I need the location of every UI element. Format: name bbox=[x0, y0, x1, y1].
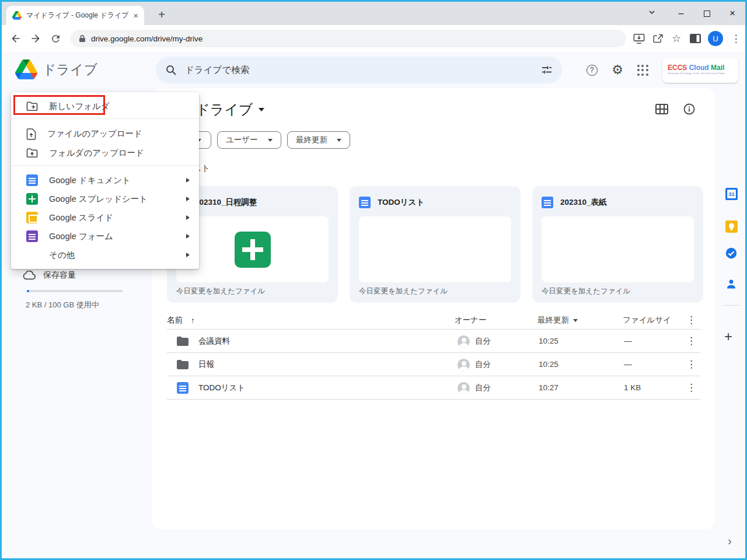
table-row[interactable]: 日報 自分 10:25 — ⋮ bbox=[167, 353, 701, 376]
folder-upload-icon bbox=[26, 148, 38, 158]
card-title: 202310_日程調整 bbox=[195, 197, 257, 208]
search-options-icon[interactable] bbox=[541, 64, 553, 76]
owner-avatar bbox=[458, 335, 470, 348]
submenu-arrow-icon bbox=[186, 178, 190, 183]
address-bar[interactable]: drive.google.com/drive/my-drive bbox=[71, 30, 626, 47]
minimize-button[interactable]: – bbox=[668, 2, 694, 25]
modified-time: 10:25 bbox=[539, 337, 558, 345]
file-name: TODOリスト bbox=[198, 383, 245, 393]
submenu-arrow-icon bbox=[186, 215, 190, 220]
submenu-arrow-icon bbox=[186, 234, 190, 239]
column-owner[interactable]: オーナー bbox=[455, 315, 487, 326]
lock-icon bbox=[79, 34, 86, 43]
back-button[interactable] bbox=[6, 29, 25, 48]
browser-toolbar: drive.google.com/drive/my-drive ☆ U ⋮ bbox=[2, 25, 745, 52]
new-item-menu: 新しいフォルダ ファイルのアップロード フォルダのアップロード Google ド… bbox=[11, 92, 199, 269]
row-actions-kebab-icon[interactable]: ⋮ bbox=[686, 382, 696, 394]
account-badge-subtitle: Information Technology Center, The Unive… bbox=[668, 72, 747, 75]
chevron-down-icon bbox=[573, 319, 578, 322]
filter-chip-modified[interactable]: 最終更新 bbox=[287, 131, 350, 149]
menu-item-more[interactable]: その他 bbox=[11, 246, 199, 264]
submenu-arrow-icon bbox=[186, 253, 190, 257]
owner-name: 自分 bbox=[475, 359, 491, 370]
card-reason: 今日変更を加えたファイル bbox=[359, 286, 448, 296]
sheets-icon bbox=[26, 193, 38, 205]
drive-favicon bbox=[12, 11, 22, 20]
calendar-icon[interactable]: 31 bbox=[725, 187, 738, 200]
menu-item-google-forms[interactable]: Google フォーム bbox=[11, 227, 199, 246]
table-row[interactable]: 会議資料 自分 10:25 — ⋮ bbox=[167, 330, 701, 353]
owner-avatar bbox=[458, 382, 470, 394]
row-actions-kebab-icon[interactable]: ⋮ bbox=[686, 358, 696, 370]
submenu-arrow-icon bbox=[186, 197, 190, 201]
menu-item-google-sheets[interactable]: Google スプレッドシート bbox=[11, 190, 199, 208]
main-canvas: マイドライブ 種類 ユーザー 最終更新 サジェスト 202310_日程調整 今日… bbox=[152, 88, 715, 530]
storage-usage-text: 2 KB / 100 GB 使用中 bbox=[26, 300, 99, 310]
storage-label[interactable]: 保存容量 bbox=[43, 270, 76, 281]
file-size: — bbox=[624, 360, 632, 369]
file-upload-icon bbox=[26, 128, 36, 140]
contacts-icon[interactable] bbox=[725, 278, 738, 290]
forms-icon bbox=[26, 230, 38, 242]
title-dropdown-icon[interactable] bbox=[259, 108, 264, 111]
column-name[interactable]: 名前↑ bbox=[167, 315, 195, 326]
search-bar[interactable]: ドライブで検索 bbox=[156, 57, 562, 83]
menu-item-folder-upload[interactable]: フォルダのアップロード bbox=[11, 144, 199, 163]
side-panel-rail: 31 + bbox=[715, 88, 747, 558]
slides-icon bbox=[26, 212, 38, 223]
table-row[interactable]: TODOリスト 自分 10:27 1 KB ⋮ bbox=[167, 376, 701, 400]
menu-item-new-folder[interactable]: 新しいフォルダ bbox=[11, 97, 199, 116]
browser-menu-icon[interactable]: ⋮ bbox=[728, 29, 744, 48]
get-addons-button[interactable]: + bbox=[724, 328, 732, 345]
menu-item-google-slides[interactable]: Google スライド bbox=[11, 208, 199, 227]
browser-window: マイドライブ - Google ドライブ × + – × drive.googl… bbox=[0, 0, 747, 560]
sort-ascending-icon[interactable]: ↑ bbox=[191, 316, 195, 325]
tab-strip: マイドライブ - Google ドライブ × + – × bbox=[2, 2, 745, 25]
account-badge[interactable]: ECCS Cloud Mail Information Technology C… bbox=[662, 58, 738, 83]
browser-tab[interactable]: マイドライブ - Google ドライブ × bbox=[6, 6, 144, 25]
chevron-down-icon bbox=[337, 139, 341, 142]
tab-title: マイドライブ - Google ドライブ bbox=[26, 10, 128, 20]
folder-icon bbox=[177, 360, 189, 369]
drive-header: ドライブ ドライブで検索 ? ⚙ bbox=[2, 52, 745, 88]
filter-chip-user[interactable]: ユーザー bbox=[217, 131, 281, 149]
new-tab-button[interactable]: + bbox=[153, 6, 170, 23]
maximize-button[interactable] bbox=[694, 2, 720, 25]
help-icon[interactable]: ? bbox=[584, 62, 600, 78]
share-icon[interactable] bbox=[650, 29, 666, 48]
settings-gear-icon[interactable]: ⚙ bbox=[609, 62, 626, 78]
suggested-card[interactable]: TODOリスト 今日変更を加えたファイル bbox=[350, 186, 521, 303]
keep-icon[interactable] bbox=[725, 220, 738, 233]
menu-separator bbox=[11, 165, 199, 166]
reload-button[interactable] bbox=[46, 29, 65, 48]
new-folder-icon bbox=[26, 102, 38, 111]
drive-logo[interactable] bbox=[15, 60, 37, 82]
tasks-icon[interactable] bbox=[725, 247, 738, 260]
card-title: TODOリスト bbox=[378, 197, 424, 208]
bookmark-star-icon[interactable]: ☆ bbox=[668, 29, 685, 48]
side-panel-icon[interactable] bbox=[687, 29, 703, 48]
search-input[interactable]: ドライブで検索 bbox=[185, 64, 533, 76]
menu-item-google-docs[interactable]: Google ドキュメント bbox=[11, 171, 199, 190]
hide-side-panel-chevron-icon[interactable]: › bbox=[728, 534, 732, 548]
tab-close-icon[interactable]: × bbox=[133, 11, 138, 20]
tab-search-chevron-icon[interactable] bbox=[647, 8, 657, 19]
table-options-kebab-icon[interactable]: ⋮ bbox=[686, 314, 696, 326]
info-icon[interactable] bbox=[683, 103, 695, 115]
browser-profile-avatar[interactable]: U bbox=[708, 31, 723, 46]
card-reason: 今日変更を加えたファイル bbox=[542, 286, 630, 296]
menu-item-file-upload[interactable]: ファイルのアップロード bbox=[11, 124, 199, 144]
row-actions-kebab-icon[interactable]: ⋮ bbox=[686, 335, 696, 347]
install-app-icon[interactable] bbox=[631, 29, 647, 48]
column-modified[interactable]: 最終更新 bbox=[537, 315, 578, 326]
forward-button[interactable] bbox=[26, 29, 45, 48]
grid-view-icon[interactable] bbox=[655, 104, 668, 114]
google-apps-grid-icon[interactable] bbox=[634, 62, 651, 78]
drive-app-name: ドライブ bbox=[43, 61, 97, 79]
column-size[interactable]: ファイルサイ bbox=[623, 315, 671, 326]
card-preview bbox=[542, 216, 694, 282]
url-text: drive.google.com/drive/my-drive bbox=[91, 34, 203, 43]
window-close-button[interactable]: × bbox=[720, 2, 745, 25]
suggested-card[interactable]: 202310_表紙 今日変更を加えたファイル bbox=[532, 186, 703, 303]
search-icon bbox=[165, 64, 177, 76]
